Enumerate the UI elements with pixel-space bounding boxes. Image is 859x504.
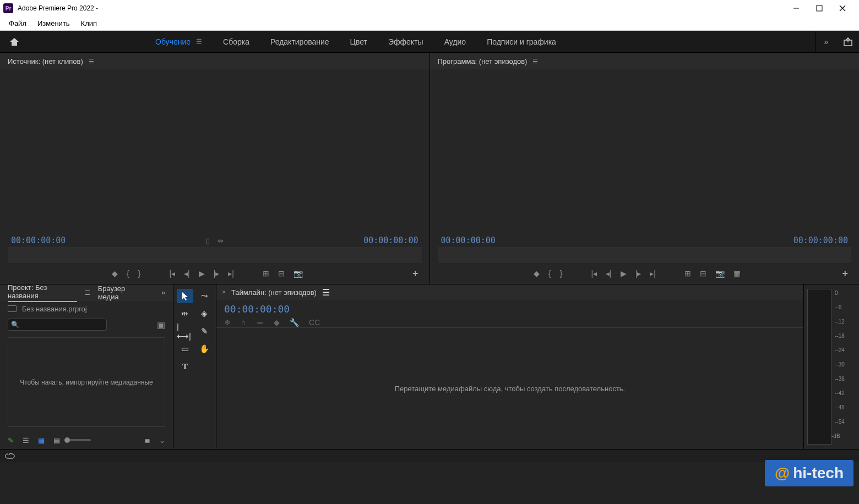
step-forward-icon[interactable]: |▸ xyxy=(635,269,641,278)
workspace-menu-icon[interactable]: ☰ xyxy=(196,38,202,46)
workspace-tab-audio[interactable]: Аудио xyxy=(444,37,466,46)
in-point-icon[interactable]: { xyxy=(548,269,551,278)
in-point-icon[interactable]: { xyxy=(127,269,129,278)
settings-icon[interactable]: 🔧 xyxy=(290,318,299,327)
export-frame-icon[interactable]: 📷 xyxy=(715,269,725,278)
export-frame-icon[interactable]: 📷 xyxy=(293,269,303,278)
project-search-input[interactable] xyxy=(8,319,107,331)
program-transport: ◆ { } |◂ ◂| ▶ |▸ ▸| ⊞ ⊟ 📷 ▦ + xyxy=(430,263,860,284)
program-tc-out[interactable]: 00:00:00:00 xyxy=(793,235,848,245)
workspace-tab-effects[interactable]: Эффекты xyxy=(388,37,423,46)
extract-icon[interactable]: ⊟ xyxy=(700,269,706,278)
step-back-icon[interactable]: ◂| xyxy=(184,269,190,278)
watermark-text: hi-tech xyxy=(793,464,844,482)
program-tab-label[interactable]: Программа: (нет эпизодов) xyxy=(438,57,528,65)
snap-toggle-icon[interactable]: ∩ xyxy=(241,318,246,327)
new-bin-from-search-icon[interactable]: ▣ xyxy=(157,320,165,330)
nest-toggle-icon[interactable]: ❄ xyxy=(224,318,231,327)
add-button-icon[interactable]: + xyxy=(842,268,849,280)
project-overflow-icon[interactable]: » xyxy=(161,289,165,297)
step-back-icon[interactable]: ◂| xyxy=(606,269,612,278)
sort-dropdown-icon[interactable]: ⌄ xyxy=(159,436,165,445)
workspace-tab-assembly[interactable]: Сборка xyxy=(223,37,249,46)
overwrite-icon[interactable]: ⊟ xyxy=(278,269,285,278)
source-panel-menu-icon[interactable]: ☰ xyxy=(89,58,94,65)
zoom-slider[interactable] xyxy=(69,439,91,441)
lift-icon[interactable]: ⊞ xyxy=(684,269,691,278)
fit-icon[interactable]: ▯ xyxy=(206,237,210,245)
project-drop-zone[interactable]: Чтобы начать, импортируйте медиаданные xyxy=(8,337,165,427)
search-icon: 🔍 xyxy=(11,321,19,328)
go-to-out-icon[interactable]: ▸| xyxy=(228,269,234,278)
insert-icon[interactable]: ⊞ xyxy=(263,269,269,278)
program-panel-menu-icon[interactable]: ☰ xyxy=(532,58,538,65)
marker-icon[interactable]: ◆ xyxy=(112,269,118,278)
timeline-panel-menu-icon[interactable]: ☰ xyxy=(322,287,330,298)
workspace-tab-graphics[interactable]: Подписи и графика xyxy=(487,37,556,46)
project-tab[interactable]: Проект: Без названия xyxy=(8,283,77,302)
play-icon[interactable]: ▶ xyxy=(621,269,627,278)
source-tc-in[interactable]: 00:00:00:00 xyxy=(11,235,66,245)
source-tab-label[interactable]: Источник: (нет клипов) xyxy=(8,57,83,65)
media-browser-tab[interactable]: Браузер медиа xyxy=(98,284,146,301)
timeline-tab-close-icon[interactable]: × xyxy=(222,288,226,296)
timeline-drop-zone[interactable]: Перетащите медиафайлы сюда, чтобы создат… xyxy=(216,327,803,449)
rate-stretch-tool-icon[interactable]: ◈ xyxy=(197,306,213,321)
timeline-timecode[interactable]: 00:00:00:00 xyxy=(224,303,796,315)
icon-view-icon[interactable]: ▦ xyxy=(38,436,45,445)
project-file-name: Без названия.prproj xyxy=(22,305,87,313)
add-button-icon[interactable]: + xyxy=(412,268,418,280)
project-panel: Проект: Без названия ☰ Браузер медиа » Б… xyxy=(0,284,173,449)
rectangle-tool-icon[interactable]: ▭ xyxy=(177,342,193,356)
status-bar xyxy=(0,449,859,462)
menu-file[interactable]: Файл xyxy=(3,18,32,29)
timeline-tab-label[interactable]: Таймлайн: (нет эпизодов) xyxy=(231,288,317,297)
out-point-icon[interactable]: } xyxy=(138,269,141,278)
play-icon[interactable]: ▶ xyxy=(199,269,205,278)
marker-toggle-icon[interactable]: ◆ xyxy=(274,318,280,327)
source-scrub-bar[interactable] xyxy=(8,248,422,263)
marker-icon[interactable]: ◆ xyxy=(534,269,540,278)
pen-tool-icon[interactable]: ✎ xyxy=(197,324,213,338)
home-button[interactable] xyxy=(0,37,29,47)
razor-tool-icon[interactable]: |⟷| xyxy=(177,324,193,338)
minimize-button[interactable] xyxy=(791,3,802,14)
go-to-in-icon[interactable]: |◂ xyxy=(169,269,175,278)
source-tc-out[interactable]: 00:00:00:00 xyxy=(363,235,418,245)
menu-clip[interactable]: Клип xyxy=(75,18,102,29)
type-tool-icon[interactable]: T xyxy=(177,359,193,374)
step-forward-icon[interactable]: |▸ xyxy=(214,269,220,278)
watermark: @ hi-tech xyxy=(765,460,853,486)
lower-row: Проект: Без названия ☰ Браузер медиа » Б… xyxy=(0,284,859,449)
out-point-icon[interactable]: } xyxy=(560,269,563,278)
creative-cloud-icon[interactable] xyxy=(4,452,15,460)
close-button[interactable] xyxy=(837,3,848,14)
program-scrub-bar[interactable] xyxy=(438,248,852,263)
sort-icon[interactable]: ≣ xyxy=(144,436,150,445)
go-to-in-icon[interactable]: |◂ xyxy=(591,269,597,278)
maximize-button[interactable] xyxy=(814,3,825,14)
zoom-icon[interactable]: ⇔ xyxy=(218,237,224,245)
hand-tool-icon[interactable]: ✋ xyxy=(197,342,213,356)
share-button[interactable] xyxy=(837,37,859,47)
track-select-tool-icon[interactable]: ⤳ xyxy=(197,289,213,303)
selection-tool-icon[interactable] xyxy=(177,289,193,303)
write-toggle-icon[interactable]: ✎ xyxy=(8,436,14,445)
workspace-overflow-button[interactable]: » xyxy=(815,31,837,52)
list-view-icon[interactable]: ☰ xyxy=(23,436,29,445)
program-monitor: Программа: (нет эпизодов) ☰ 00:00:00:00 … xyxy=(430,53,860,284)
ripple-edit-tool-icon[interactable]: ⇹ xyxy=(177,306,193,321)
caption-track-icon[interactable]: CC xyxy=(309,318,320,327)
workspace-tab-learn[interactable]: Обучение xyxy=(155,37,191,46)
freeform-view-icon[interactable]: ▤ xyxy=(53,436,60,445)
project-panel-menu-icon[interactable]: ☰ xyxy=(85,289,90,297)
go-to-out-icon[interactable]: ▸| xyxy=(650,269,656,278)
source-transport: ◆ { } |◂ ◂| ▶ |▸ ▸| ⊞ ⊟ 📷 + xyxy=(0,263,430,284)
workspace-tab-color[interactable]: Цвет xyxy=(350,37,367,46)
comparison-icon[interactable]: ▦ xyxy=(733,269,741,278)
program-tc-in[interactable]: 00:00:00:00 xyxy=(441,235,496,245)
source-monitor: Источник: (нет клипов) ☰ 00:00:00:00 ▯ ⇔… xyxy=(0,53,430,284)
menu-edit[interactable]: Изменить xyxy=(32,18,75,29)
workspace-tab-editing[interactable]: Редактирование xyxy=(270,37,329,46)
linked-selection-icon[interactable]: ⫘ xyxy=(256,318,264,327)
